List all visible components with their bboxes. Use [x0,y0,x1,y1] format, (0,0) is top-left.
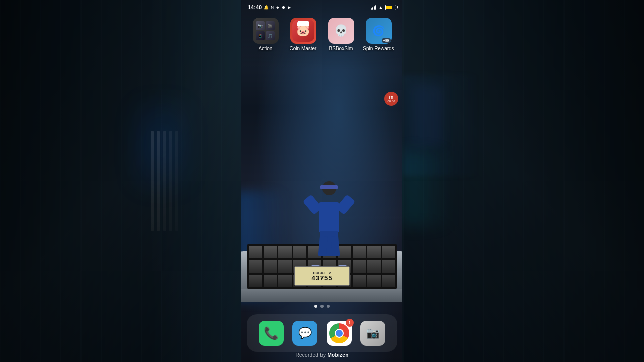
bsboxsim-icon[interactable]: 💀 [328,18,354,44]
page-dot-2 [320,305,324,308]
battery-icon [385,5,396,10]
recorded-by-text: Recorded by Mobizen [242,352,403,358]
page-dots [242,305,403,308]
dock: 📞 💬 1 📷 [247,314,397,352]
left-bg [0,0,242,362]
phone-screen: DUBAI V 43755 [242,0,403,362]
youtube-icon: ▶ [288,5,291,10]
signal-bar-1 [371,8,372,10]
coin-master-icon[interactable]: 🐷 [290,18,316,44]
action-icon[interactable]: 📷 🎬 📱 🎵 [253,18,279,44]
coin-master-label: Coin Master [290,46,317,51]
recording-badge-time: 00:06 [387,100,395,103]
status-time: 14:40 [248,4,262,10]
recording-badge: m 00:06 [384,92,398,106]
left-panel [0,0,242,362]
status-bar: 14:40 🔔 N ⏮ ⏺ ▶ ▲ [242,0,403,14]
recording-badge-letter: m [389,95,394,100]
dock-chrome-icon[interactable]: 1 [327,321,352,346]
alarm-icon: 🔔 [264,5,269,10]
app-item-action[interactable]: 📷 🎬 📱 🎵 Action [249,18,282,51]
left-blur [0,0,242,362]
right-panel [403,0,644,362]
bsboxsim-label: BSBoxSim [329,46,353,51]
signal-bar-2 [372,7,373,10]
app-item-spin-rewards[interactable]: 🌀 +99 Spin Rewards [362,18,395,51]
app-item-coin-master[interactable]: 🐷 Coin Master [287,18,319,51]
action-label: Action [259,46,273,51]
spin-rewards-label: Spin Rewards [363,46,394,51]
record-icon: ⏺ [282,5,286,10]
page-dot-1 [314,305,317,308]
dock-messages-icon[interactable]: 💬 [292,321,317,346]
phone-symbol: 📞 [264,326,279,340]
media-icon: ⏮ [276,5,280,10]
mobizen-brand: Mobizen [327,352,348,358]
wifi-icon: ▲ [378,5,383,10]
app-icons-row: 📷 🎬 📱 🎵 Action 🐷 Coin Master [242,18,403,51]
status-right: ▲ [371,5,396,10]
app-item-bsboxsim[interactable]: 💀 BSBoxSim [325,18,357,51]
right-blur [403,0,644,362]
camera-symbol: 📷 [366,327,380,340]
right-bg [403,0,644,362]
messages-symbol: 💬 [298,327,312,340]
plate-number: 43755 [311,275,332,281]
battery-fill [386,6,392,9]
license-plate: DUBAI V 43755 [294,266,350,286]
nfc-icon: N [271,5,274,10]
signal-bar-3 [374,6,375,10]
spin-rewards-icon[interactable]: 🌀 +99 [366,18,392,44]
dock-phone-icon[interactable]: 📞 [259,321,284,346]
chrome-notification-badge: 1 [346,319,354,327]
signal-bar-4 [375,5,376,10]
dock-camera-icon[interactable]: 📷 [360,321,385,346]
page-dot-3 [327,305,330,308]
signal-bars [371,5,376,10]
